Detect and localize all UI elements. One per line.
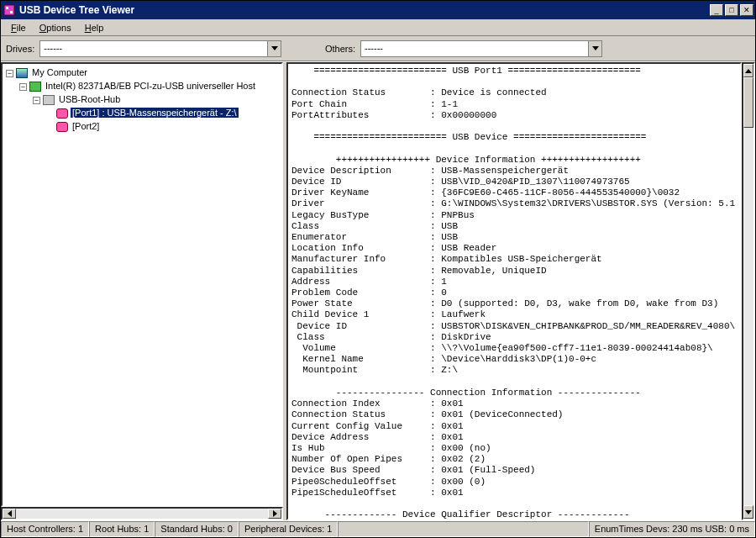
svg-rect-2 <box>10 11 13 13</box>
menu-options-label: ptions <box>46 23 71 33</box>
root-hub-icon <box>43 95 55 105</box>
tree-hscrollbar[interactable] <box>1 507 283 520</box>
tree-label: [Port2] <box>71 121 101 131</box>
status-spacer <box>338 521 588 537</box>
tree-node-port1[interactable]: [Port1] : USB-Massenspeichergerät - Z:\ <box>46 106 280 119</box>
maximize-button[interactable]: □ <box>725 4 738 16</box>
menu-file-label: ile <box>17 23 26 33</box>
scroll-track[interactable] <box>16 509 268 519</box>
expand-toggle[interactable] <box>6 70 13 77</box>
drives-combo[interactable]: ------ <box>39 40 281 57</box>
menu-help-label: elp <box>92 23 104 33</box>
expand-toggle[interactable] <box>33 97 40 104</box>
computer-icon <box>16 68 28 78</box>
others-combo[interactable]: ------ <box>360 40 602 57</box>
triangle-up-icon <box>745 69 752 73</box>
svg-rect-1 <box>6 7 8 9</box>
filter-bar: Drives: ------ Others: ------ <box>1 36 755 61</box>
triangle-right-icon <box>273 510 277 517</box>
tree-label: [Port1] : USB-Massenspeichergerät - Z:\ <box>71 108 239 118</box>
window-buttons: _ □ ✕ <box>710 4 753 16</box>
tree-label: Intel(R) 82371AB/EB PCI-zu-USB universel… <box>44 81 257 91</box>
detail-vscrollbar[interactable] <box>742 62 755 520</box>
triangle-down-icon <box>745 510 752 514</box>
tree-label: USB-Root-Hub <box>57 94 122 104</box>
scroll-down-button[interactable] <box>743 505 753 519</box>
menu-file[interactable]: File <box>4 21 33 34</box>
chevron-down-icon <box>592 46 599 50</box>
usb-port-icon <box>56 122 68 132</box>
tree-node-host-controller[interactable]: Intel(R) 82371AB/EB PCI-zu-USB universel… <box>19 79 280 133</box>
status-host-controllers: Host Controllers: 1 <box>1 521 89 537</box>
detail-text[interactable]: ======================== USB Port1 =====… <box>286 62 742 520</box>
window-title: USB Device Tree Viewer <box>19 4 710 16</box>
expand-toggle[interactable] <box>19 83 27 91</box>
status-peripheral-devices: Peripheral Devices: 1 <box>239 521 339 537</box>
close-button[interactable]: ✕ <box>740 4 753 16</box>
detail-panel: ======================== USB Port1 =====… <box>286 62 755 520</box>
usb-device-icon <box>56 108 68 119</box>
tree-node-computer[interactable]: My Computer Intel(R) 82371AB/EB PCI-zu-U… <box>6 66 280 133</box>
others-combo-button[interactable] <box>588 41 601 56</box>
chevron-down-icon <box>271 46 278 50</box>
app-window: USB Device Tree Viewer _ □ ✕ File Option… <box>0 0 756 538</box>
svg-rect-0 <box>4 5 14 15</box>
others-label: Others: <box>325 44 355 54</box>
scroll-thumb[interactable] <box>743 77 753 128</box>
drives-combo-button[interactable] <box>267 41 281 56</box>
status-enum-times: EnumTimes Devs: 230 ms USB: 0 ms <box>589 521 755 537</box>
others-combo-value: ------ <box>361 41 588 56</box>
menu-options[interactable]: Options <box>33 21 78 34</box>
scroll-up-button[interactable] <box>743 64 753 77</box>
app-icon <box>3 3 16 17</box>
main-area: My Computer Intel(R) 82371AB/EB PCI-zu-U… <box>1 61 755 520</box>
drives-label: Drives: <box>6 44 34 54</box>
status-standard-hubs: Standard Hubs: 0 <box>155 521 239 537</box>
triangle-left-icon <box>8 510 12 517</box>
scroll-left-button[interactable] <box>3 509 16 519</box>
status-root-hubs: Root Hubs: 1 <box>89 521 155 537</box>
drives-combo-value: ------ <box>40 41 267 56</box>
tree-node-root-hub[interactable]: USB-Root-Hub [Port1] : USB-Massenspeiche… <box>33 92 280 133</box>
scroll-right-button[interactable] <box>268 509 281 519</box>
menu-bar: File Options Help <box>1 19 755 36</box>
menu-help[interactable]: Help <box>78 21 111 34</box>
tree-label: My Computer <box>30 67 89 77</box>
tree-node-port2[interactable]: [Port2] <box>46 119 280 133</box>
tree-panel: My Computer Intel(R) 82371AB/EB PCI-zu-U… <box>1 62 283 520</box>
status-bar: Host Controllers: 1 Root Hubs: 1 Standar… <box>1 520 755 537</box>
scroll-track[interactable] <box>743 128 753 505</box>
minimize-button[interactable]: _ <box>710 4 723 16</box>
host-controller-icon <box>29 82 41 92</box>
device-tree[interactable]: My Computer Intel(R) 82371AB/EB PCI-zu-U… <box>1 62 283 507</box>
title-bar: USB Device Tree Viewer _ □ ✕ <box>1 1 755 19</box>
